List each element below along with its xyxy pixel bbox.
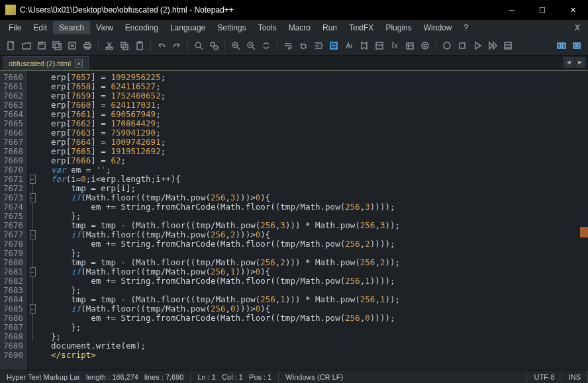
doclist-icon[interactable]	[372, 38, 387, 53]
savemacro-icon[interactable]	[501, 38, 515, 53]
svg-point-15	[195, 42, 201, 48]
svg-rect-28	[558, 43, 561, 48]
closeall-icon[interactable]	[65, 38, 79, 53]
menu-window[interactable]: Window	[418, 21, 458, 34]
zoomout-icon[interactable]	[244, 38, 258, 53]
tab-label: obfuscated (2).html	[9, 60, 71, 67]
status-insertmode: INS	[562, 370, 588, 383]
find-icon[interactable]	[191, 38, 206, 53]
editor[interactable]: 7660766176627663766476657666766776687669…	[0, 71, 588, 370]
replace-icon[interactable]	[207, 38, 221, 53]
svg-rect-29	[562, 43, 565, 48]
svg-rect-7	[85, 42, 89, 44]
svg-point-17	[214, 46, 218, 50]
redo-icon[interactable]	[170, 38, 184, 53]
code-area[interactable]: erp[7657] = 1092956225; erp[7658] = 6241…	[37, 71, 588, 370]
svg-point-16	[211, 42, 215, 46]
toolbar: fx	[0, 36, 588, 56]
svg-rect-21	[376, 42, 383, 49]
status-eol: Windows (CR LF)	[279, 370, 527, 383]
stop-icon[interactable]	[455, 38, 469, 53]
sync-icon[interactable]	[259, 38, 273, 53]
indent-icon[interactable]	[311, 38, 326, 53]
playmulti-icon[interactable]	[485, 38, 500, 53]
copy-icon[interactable]	[117, 38, 132, 53]
menu-help[interactable]: ?	[458, 21, 474, 34]
menu-macro[interactable]: Macro	[283, 21, 317, 34]
svg-point-23	[422, 42, 428, 49]
menu-textfx[interactable]: TextFX	[343, 21, 379, 34]
fold-column[interactable]: −−−−−	[28, 71, 37, 370]
status-encoding: UTF-8	[527, 370, 562, 383]
wordwrap-icon[interactable]	[281, 38, 295, 53]
toolbar-separator	[277, 40, 277, 52]
svg-rect-2	[40, 42, 42, 44]
toolbar-separator	[224, 40, 225, 52]
menu-edit[interactable]: Edit	[27, 21, 53, 34]
foldlevel-icon[interactable]	[326, 38, 341, 53]
menu-run[interactable]: Run	[317, 21, 343, 34]
menu-view[interactable]: View	[90, 21, 119, 34]
minimize-button[interactable]: ─	[497, 0, 527, 20]
menu-x[interactable]: X	[569, 21, 585, 34]
userlang-icon[interactable]	[342, 38, 356, 53]
menu-bar: File Edit Search View Encoding Language …	[0, 20, 588, 36]
toolbar-separator	[150, 40, 151, 52]
svg-point-24	[424, 44, 426, 47]
zoomin-icon[interactable]	[228, 38, 243, 53]
saveall-icon[interactable]	[50, 38, 64, 53]
cut-icon[interactable]	[102, 38, 117, 53]
svg-rect-4	[55, 44, 61, 50]
title-bar: C:\Users\0x01\Desktop\beo\obfuscated (2)…	[0, 0, 588, 20]
close-button[interactable]: ✕	[558, 0, 588, 20]
open-icon[interactable]	[19, 38, 34, 53]
window-title: C:\Users\0x01\Desktop\beo\obfuscated (2)…	[20, 5, 497, 15]
maximize-button[interactable]: ☐	[527, 0, 558, 20]
docmap-icon[interactable]	[357, 38, 371, 53]
monitor-icon[interactable]	[418, 38, 432, 53]
funclist-icon[interactable]: fx	[387, 38, 402, 53]
tab-prev-icon[interactable]: ◄	[564, 57, 574, 67]
paste-icon[interactable]	[132, 38, 147, 53]
menu-search[interactable]: Search	[53, 21, 90, 34]
svg-rect-3	[53, 42, 59, 48]
menu-file[interactable]: File	[3, 21, 27, 34]
menu-settings[interactable]: Settings	[211, 21, 252, 34]
menu-tools[interactable]: Tools	[252, 21, 283, 34]
menu-plugins[interactable]: Plugins	[379, 21, 417, 34]
svg-point-25	[444, 42, 450, 49]
print-icon[interactable]	[80, 38, 95, 53]
menu-encoding[interactable]: Encoding	[119, 21, 164, 34]
tab-bar: obfuscated (2).html ✕ ◄ ►	[0, 56, 588, 71]
toolbar-separator	[98, 40, 99, 52]
svg-rect-26	[460, 43, 465, 48]
status-length: length : 186,274 lines : 7,690	[79, 370, 191, 383]
tab-close-icon[interactable]: ✕	[75, 60, 83, 67]
line-gutter: 7660766176627663766476657666766776687669…	[0, 71, 28, 370]
undo-icon[interactable]	[154, 38, 169, 53]
toolbar-separator	[187, 40, 188, 52]
clearcompare-icon[interactable]	[569, 38, 584, 53]
folder-icon[interactable]	[403, 38, 417, 53]
status-bar: Hyper Text Markup Lan length : 186,274 l…	[0, 370, 588, 383]
save-icon[interactable]	[34, 38, 49, 53]
allchars-icon[interactable]	[296, 38, 311, 53]
tab-obfuscated[interactable]: obfuscated (2).html ✕	[3, 56, 89, 70]
toolbar-separator	[436, 40, 436, 52]
record-icon[interactable]	[440, 38, 454, 53]
tab-next-icon[interactable]: ►	[575, 57, 585, 67]
play-icon[interactable]	[470, 38, 485, 53]
app-icon	[5, 5, 16, 15]
status-position: Ln : 1 Col : 1 Pos : 1	[191, 370, 279, 383]
new-icon[interactable]	[4, 38, 19, 53]
scrollbar-marker[interactable]	[580, 227, 588, 237]
status-language: Hyper Text Markup Lan	[0, 370, 79, 383]
menu-language[interactable]: Language	[164, 21, 211, 34]
compare-icon[interactable]	[554, 38, 569, 53]
